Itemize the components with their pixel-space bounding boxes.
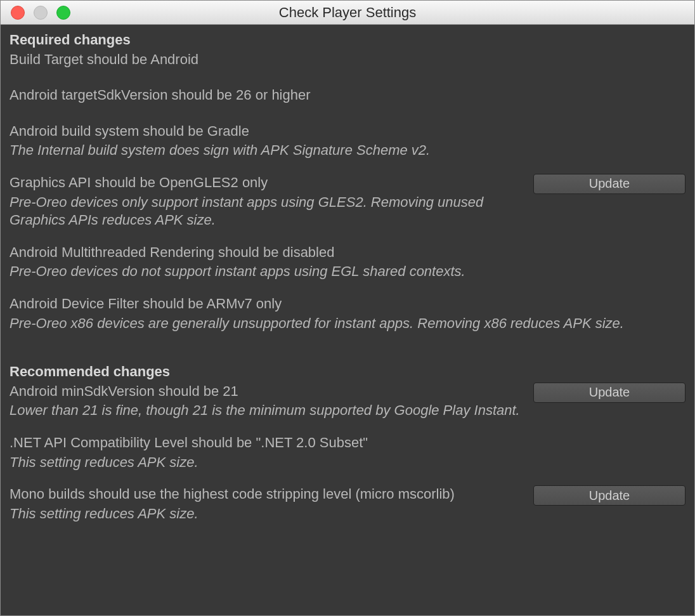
setting-description: Pre-Oreo devices only support instant ap… [10,193,526,230]
minimize-icon[interactable] [34,6,48,20]
setting-title: Android build system should be Gradle [10,122,685,141]
setting-description: Pre-Oreo x86 devices are generally unsup… [10,315,685,333]
setting-description: Pre-Oreo devices do not support instant … [10,263,685,281]
required-header: Required changes [10,31,685,49]
window-title: Check Player Settings [1,4,694,21]
close-icon[interactable] [11,6,25,20]
setting-item: Android Device Filter should be ARMv7 on… [10,295,685,332]
setting-item: Graphics API should be OpenGLES2 only Pr… [10,174,685,230]
setting-title: Android minSdkVersion should be 21 [10,383,526,401]
content-area: Required changes Build Target should be … [1,25,694,615]
setting-title: .NET API Compatibility Level should be "… [10,434,685,452]
dialog-window: Check Player Settings Required changes B… [0,0,695,616]
setting-item: Build Target should be Android [10,51,685,69]
setting-title: Android Device Filter should be ARMv7 on… [10,295,685,313]
setting-description: This setting reduces APK size. [10,505,526,523]
setting-title: Android Multithreaded Rendering should b… [10,244,685,262]
setting-item: Android minSdkVersion should be 21 Lower… [10,383,685,420]
setting-description: The Internal build system does sign with… [10,141,685,160]
recommended-header: Recommended changes [10,363,685,381]
setting-description: This setting reduces APK size. [10,454,685,472]
update-button[interactable]: Update [533,485,685,506]
titlebar: Check Player Settings [1,1,694,25]
setting-item: Android Multithreaded Rendering should b… [10,244,685,281]
setting-title: Android targetSdkVersion should be 26 or… [10,86,685,105]
setting-item: Android build system should be Gradle Th… [10,122,685,160]
setting-title: Build Target should be Android [10,51,685,69]
setting-description: Lower than 21 is fine, though 21 is the … [10,402,526,420]
setting-title: Graphics API should be OpenGLES2 only [10,174,526,192]
setting-title: Mono builds should use the highest code … [10,485,526,504]
window-controls [11,6,70,20]
setting-item: Android targetSdkVersion should be 26 or… [10,86,685,105]
setting-item: Mono builds should use the highest code … [10,485,685,523]
maximize-icon[interactable] [56,6,70,20]
update-button[interactable]: Update [533,174,685,194]
update-button[interactable]: Update [533,383,685,403]
setting-item: .NET API Compatibility Level should be "… [10,434,685,471]
